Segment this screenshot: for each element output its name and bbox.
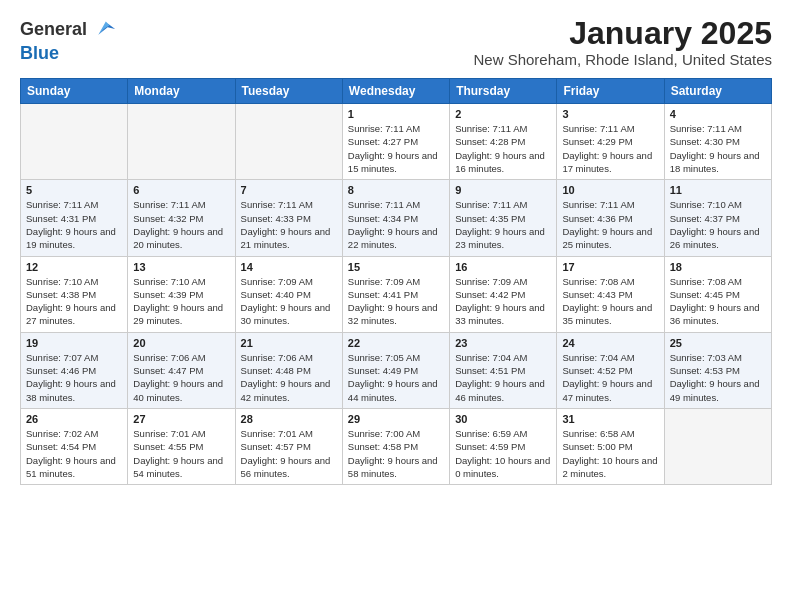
logo: General Blue <box>20 16 117 64</box>
calendar-cell: 12Sunrise: 7:10 AMSunset: 4:38 PMDayligh… <box>21 256 128 332</box>
calendar-cell: 3Sunrise: 7:11 AMSunset: 4:29 PMDaylight… <box>557 104 664 180</box>
day-number: 24 <box>562 337 658 349</box>
day-number: 7 <box>241 184 337 196</box>
weekday-header-wednesday: Wednesday <box>342 79 449 104</box>
day-info: Sunrise: 7:11 AMSunset: 4:31 PMDaylight:… <box>26 198 122 251</box>
day-number: 28 <box>241 413 337 425</box>
calendar-cell: 22Sunrise: 7:05 AMSunset: 4:49 PMDayligh… <box>342 332 449 408</box>
calendar-cell <box>664 408 771 484</box>
calendar-cell: 11Sunrise: 7:10 AMSunset: 4:37 PMDayligh… <box>664 180 771 256</box>
calendar-cell: 25Sunrise: 7:03 AMSunset: 4:53 PMDayligh… <box>664 332 771 408</box>
day-info: Sunrise: 7:04 AMSunset: 4:51 PMDaylight:… <box>455 351 551 404</box>
weekday-header-friday: Friday <box>557 79 664 104</box>
calendar-header-row: SundayMondayTuesdayWednesdayThursdayFrid… <box>21 79 772 104</box>
day-number: 25 <box>670 337 766 349</box>
day-info: Sunrise: 7:02 AMSunset: 4:54 PMDaylight:… <box>26 427 122 480</box>
day-info: Sunrise: 7:01 AMSunset: 4:55 PMDaylight:… <box>133 427 229 480</box>
weekday-header-saturday: Saturday <box>664 79 771 104</box>
calendar-week-row: 26Sunrise: 7:02 AMSunset: 4:54 PMDayligh… <box>21 408 772 484</box>
logo-bird-icon <box>89 16 117 44</box>
day-number: 27 <box>133 413 229 425</box>
day-info: Sunrise: 7:07 AMSunset: 4:46 PMDaylight:… <box>26 351 122 404</box>
calendar-cell: 10Sunrise: 7:11 AMSunset: 4:36 PMDayligh… <box>557 180 664 256</box>
calendar-cell: 14Sunrise: 7:09 AMSunset: 4:40 PMDayligh… <box>235 256 342 332</box>
day-info: Sunrise: 7:03 AMSunset: 4:53 PMDaylight:… <box>670 351 766 404</box>
svg-marker-1 <box>98 22 109 35</box>
day-info: Sunrise: 6:58 AMSunset: 5:00 PMDaylight:… <box>562 427 658 480</box>
day-info: Sunrise: 7:11 AMSunset: 4:29 PMDaylight:… <box>562 122 658 175</box>
day-number: 30 <box>455 413 551 425</box>
calendar-cell <box>21 104 128 180</box>
day-number: 5 <box>26 184 122 196</box>
day-number: 11 <box>670 184 766 196</box>
day-number: 12 <box>26 261 122 273</box>
calendar-cell: 1Sunrise: 7:11 AMSunset: 4:27 PMDaylight… <box>342 104 449 180</box>
calendar-cell: 23Sunrise: 7:04 AMSunset: 4:51 PMDayligh… <box>450 332 557 408</box>
title-block: January 2025 New Shoreham, Rhode Island,… <box>474 16 773 68</box>
day-info: Sunrise: 7:06 AMSunset: 4:48 PMDaylight:… <box>241 351 337 404</box>
calendar-cell: 21Sunrise: 7:06 AMSunset: 4:48 PMDayligh… <box>235 332 342 408</box>
day-info: Sunrise: 7:01 AMSunset: 4:57 PMDaylight:… <box>241 427 337 480</box>
calendar-cell: 7Sunrise: 7:11 AMSunset: 4:33 PMDaylight… <box>235 180 342 256</box>
calendar-cell: 24Sunrise: 7:04 AMSunset: 4:52 PMDayligh… <box>557 332 664 408</box>
day-info: Sunrise: 6:59 AMSunset: 4:59 PMDaylight:… <box>455 427 551 480</box>
day-number: 3 <box>562 108 658 120</box>
calendar-cell: 18Sunrise: 7:08 AMSunset: 4:45 PMDayligh… <box>664 256 771 332</box>
day-number: 26 <box>26 413 122 425</box>
page: General Blue January 2025 New Shoreham, … <box>0 0 792 501</box>
day-info: Sunrise: 7:11 AMSunset: 4:27 PMDaylight:… <box>348 122 444 175</box>
day-info: Sunrise: 7:11 AMSunset: 4:30 PMDaylight:… <box>670 122 766 175</box>
logo-general-text: General <box>20 20 87 40</box>
day-info: Sunrise: 7:09 AMSunset: 4:42 PMDaylight:… <box>455 275 551 328</box>
day-info: Sunrise: 7:00 AMSunset: 4:58 PMDaylight:… <box>348 427 444 480</box>
day-number: 17 <box>562 261 658 273</box>
day-info: Sunrise: 7:11 AMSunset: 4:34 PMDaylight:… <box>348 198 444 251</box>
day-number: 23 <box>455 337 551 349</box>
day-number: 20 <box>133 337 229 349</box>
day-number: 10 <box>562 184 658 196</box>
day-info: Sunrise: 7:10 AMSunset: 4:39 PMDaylight:… <box>133 275 229 328</box>
day-info: Sunrise: 7:11 AMSunset: 4:35 PMDaylight:… <box>455 198 551 251</box>
calendar-cell: 28Sunrise: 7:01 AMSunset: 4:57 PMDayligh… <box>235 408 342 484</box>
day-number: 1 <box>348 108 444 120</box>
day-info: Sunrise: 7:08 AMSunset: 4:45 PMDaylight:… <box>670 275 766 328</box>
calendar-cell: 4Sunrise: 7:11 AMSunset: 4:30 PMDaylight… <box>664 104 771 180</box>
calendar-cell: 31Sunrise: 6:58 AMSunset: 5:00 PMDayligh… <box>557 408 664 484</box>
calendar-cell: 16Sunrise: 7:09 AMSunset: 4:42 PMDayligh… <box>450 256 557 332</box>
calendar-cell: 9Sunrise: 7:11 AMSunset: 4:35 PMDaylight… <box>450 180 557 256</box>
weekday-header-tuesday: Tuesday <box>235 79 342 104</box>
day-number: 13 <box>133 261 229 273</box>
weekday-header-thursday: Thursday <box>450 79 557 104</box>
day-number: 18 <box>670 261 766 273</box>
day-number: 2 <box>455 108 551 120</box>
day-info: Sunrise: 7:09 AMSunset: 4:41 PMDaylight:… <box>348 275 444 328</box>
day-number: 21 <box>241 337 337 349</box>
day-info: Sunrise: 7:11 AMSunset: 4:28 PMDaylight:… <box>455 122 551 175</box>
day-info: Sunrise: 7:08 AMSunset: 4:43 PMDaylight:… <box>562 275 658 328</box>
day-number: 14 <box>241 261 337 273</box>
calendar-cell: 5Sunrise: 7:11 AMSunset: 4:31 PMDaylight… <box>21 180 128 256</box>
day-info: Sunrise: 7:11 AMSunset: 4:36 PMDaylight:… <box>562 198 658 251</box>
calendar-week-row: 1Sunrise: 7:11 AMSunset: 4:27 PMDaylight… <box>21 104 772 180</box>
day-info: Sunrise: 7:10 AMSunset: 4:37 PMDaylight:… <box>670 198 766 251</box>
day-number: 8 <box>348 184 444 196</box>
calendar-week-row: 5Sunrise: 7:11 AMSunset: 4:31 PMDaylight… <box>21 180 772 256</box>
weekday-header-monday: Monday <box>128 79 235 104</box>
calendar-table: SundayMondayTuesdayWednesdayThursdayFrid… <box>20 78 772 485</box>
weekday-header-sunday: Sunday <box>21 79 128 104</box>
calendar-cell: 30Sunrise: 6:59 AMSunset: 4:59 PMDayligh… <box>450 408 557 484</box>
day-info: Sunrise: 7:11 AMSunset: 4:32 PMDaylight:… <box>133 198 229 251</box>
calendar-week-row: 19Sunrise: 7:07 AMSunset: 4:46 PMDayligh… <box>21 332 772 408</box>
day-number: 22 <box>348 337 444 349</box>
calendar-cell: 17Sunrise: 7:08 AMSunset: 4:43 PMDayligh… <box>557 256 664 332</box>
subtitle: New Shoreham, Rhode Island, United State… <box>474 51 773 68</box>
calendar-cell <box>235 104 342 180</box>
day-number: 15 <box>348 261 444 273</box>
day-number: 9 <box>455 184 551 196</box>
logo-blue-text: Blue <box>20 44 117 64</box>
calendar-cell <box>128 104 235 180</box>
day-number: 29 <box>348 413 444 425</box>
day-number: 6 <box>133 184 229 196</box>
calendar-cell: 8Sunrise: 7:11 AMSunset: 4:34 PMDaylight… <box>342 180 449 256</box>
day-info: Sunrise: 7:05 AMSunset: 4:49 PMDaylight:… <box>348 351 444 404</box>
